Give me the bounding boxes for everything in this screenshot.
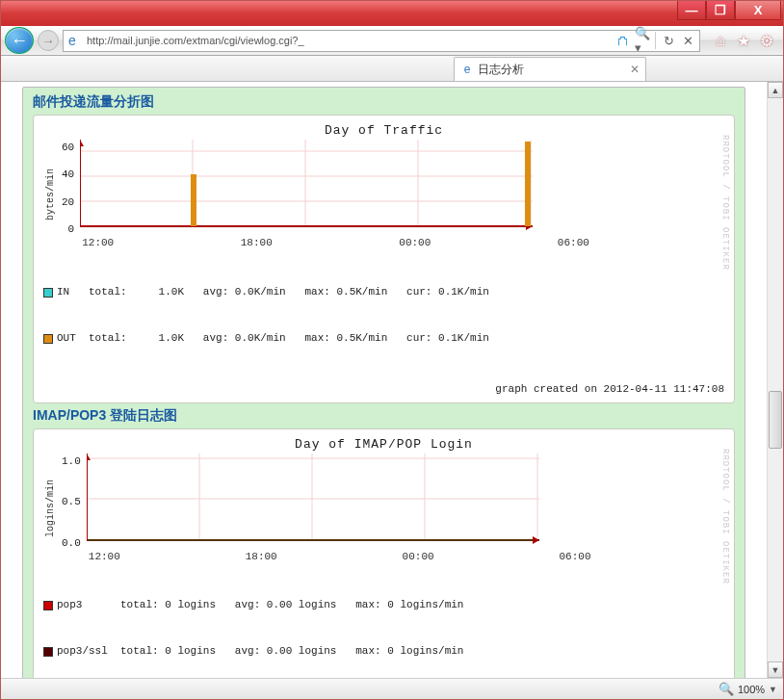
svg-rect-14 — [525, 142, 531, 226]
chart-timestamp: graph created on 2012-04-11 11:47:08 — [43, 383, 724, 395]
legend-swatch-out — [43, 334, 53, 344]
legend-swatch-pop3 — [43, 601, 53, 610]
section-traffic-title: 邮件投递流量分折图 — [33, 90, 735, 115]
status-bar: 🔍 100% ▼ — [1, 678, 783, 699]
svg-rect-13 — [191, 174, 196, 226]
tab-title: 日志分析 — [478, 62, 524, 78]
page-favicon-icon: e — [68, 33, 84, 48]
favorites-icon[interactable]: ★ — [735, 32, 752, 49]
vertical-scrollbar[interactable]: ▲ ▼ — [767, 82, 783, 678]
scroll-thumb[interactable] — [769, 391, 782, 449]
section-login-title: IMAP/POP3 登陆日志图 — [33, 403, 735, 428]
home-icon[interactable]: ⌂ — [712, 32, 729, 49]
accelerator-icon[interactable]: ⛫ — [615, 33, 631, 48]
scroll-down-button[interactable]: ▼ — [768, 661, 783, 678]
y-axis-label: bytes/min — [43, 140, 58, 248]
y-axis-label: logins/min — [43, 454, 58, 562]
browser-tab[interactable]: e 日志分析 ✕ — [454, 57, 646, 81]
separator — [655, 32, 656, 49]
legend-out: OUT total: 1.0K avg: 0.0K/min max: 0.5K/… — [57, 331, 489, 347]
legend-pop3: pop3 total: 0 logins avg: 0.00 logins ma… — [57, 598, 463, 613]
x-ticks: 12:00 18:00 00:00 06:00 — [87, 551, 724, 562]
traffic-chart: Day of Traffic RRDTOOL / TOBI OETIKER by… — [33, 115, 735, 403]
svg-rect-0 — [80, 140, 533, 226]
content-area: 邮件投递流量分折图 Day of Traffic RRDTOOL / TOBI … — [1, 82, 783, 678]
refresh-icon[interactable]: ↻ — [661, 33, 676, 48]
viewport: 邮件投递流量分折图 Day of Traffic RRDTOOL / TOBI … — [1, 82, 767, 678]
chart-legend: IN total: 1.0K avg: 0.0K/min max: 0.5K/m… — [43, 254, 724, 377]
legend-swatch-in — [43, 288, 53, 298]
titlebar: — ❐ X — [1, 1, 783, 26]
y-ticks: 60 40 20 0 — [62, 140, 76, 248]
page-body: 邮件投递流量分折图 Day of Traffic RRDTOOL / TOBI … — [22, 87, 745, 678]
minimize-button[interactable]: — — [677, 1, 706, 20]
chart-title: Day of Traffic — [43, 123, 724, 138]
x-ticks: 12:00 18:00 00:00 06:00 — [80, 237, 724, 248]
search-dropdown-icon[interactable]: 🔍▾ — [635, 33, 650, 48]
window-buttons: — ❐ X — [677, 1, 781, 20]
legend-in: IN total: 1.0K avg: 0.0K/min max: 0.5K/m… — [57, 285, 489, 300]
address-bar[interactable]: e http://mail.junjie.com/extman/cgi/view… — [63, 30, 700, 52]
legend-pop3ssl: pop3/ssl total: 0 logins avg: 0.00 login… — [57, 644, 463, 660]
chart-legend: pop3 total: 0 logins avg: 0.00 logins ma… — [43, 568, 724, 679]
scroll-track[interactable] — [768, 98, 783, 661]
chart-title: Day of IMAP/POP Login — [43, 437, 724, 452]
scroll-up-button[interactable]: ▲ — [768, 82, 783, 98]
tab-close-icon[interactable]: ✕ — [630, 63, 640, 76]
forward-button[interactable]: → — [38, 30, 59, 51]
maximize-button[interactable]: ❐ — [706, 1, 735, 20]
tab-strip: e 日志分析 ✕ — [1, 56, 783, 82]
legend-swatch-pop3ssl — [43, 647, 53, 657]
svg-rect-15 — [87, 454, 539, 540]
back-button[interactable]: ← — [5, 27, 34, 54]
login-chart: Day of IMAP/POP Login RRDTOOL / TOBI OET… — [33, 428, 735, 679]
ie-icon: e — [460, 63, 474, 76]
navigation-bar: ← → e http://mail.junjie.com/extman/cgi/… — [1, 26, 783, 56]
ie-window: — ❐ X ← → e http://mail.junjie.com/extma… — [0, 0, 784, 700]
tools-icon[interactable]: ⚙ — [758, 32, 775, 49]
url-text: http://mail.junjie.com/extman/cgi/viewlo… — [87, 35, 614, 46]
y-ticks: 1.0 0.5 0.0 — [62, 454, 83, 562]
zoom-level: 100% — [738, 684, 765, 695]
toolbar-right: ⌂ ★ ⚙ — [712, 32, 775, 49]
zoom-dropdown-icon[interactable]: ▼ — [769, 685, 777, 694]
plot-area: 12:00 18:00 00:00 06:00 — [80, 140, 724, 248]
stop-icon[interactable]: ✕ — [680, 33, 695, 48]
close-button[interactable]: X — [735, 1, 781, 20]
plot-area: 12:00 18:00 00:00 06:00 — [87, 454, 724, 562]
zoom-icon[interactable]: 🔍 — [719, 682, 734, 696]
